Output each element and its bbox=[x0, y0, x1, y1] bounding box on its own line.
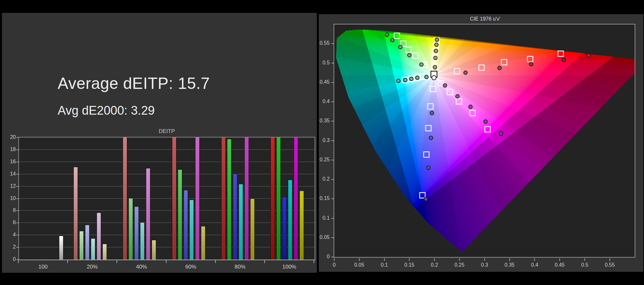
x-axis-category-label: 20% bbox=[68, 264, 117, 270]
y-axis-tick-label: 0 bbox=[316, 254, 330, 260]
x-axis-tick bbox=[359, 258, 360, 261]
measurement-circle-cyan bbox=[410, 77, 413, 81]
bar-green bbox=[79, 231, 84, 260]
measurement-circle-red bbox=[498, 66, 501, 70]
x-axis-tick-label: 0.1 bbox=[375, 262, 394, 268]
bar-yellow bbox=[299, 191, 304, 260]
bar-blue bbox=[134, 206, 139, 260]
bar-magenta bbox=[97, 213, 101, 260]
measurement-circle-red bbox=[529, 62, 533, 66]
measurement-circle-red bbox=[464, 71, 467, 74]
y-axis-tick bbox=[331, 63, 334, 63]
report-page: Average dEITP: 15.7 Avg dE2000: 3.29 DEI… bbox=[0, 0, 644, 285]
target-square-magenta bbox=[456, 99, 462, 104]
bar-yellow bbox=[102, 244, 107, 260]
y-axis-tick-label: 20 bbox=[3, 134, 16, 140]
y-axis-tick-label: 0.35 bbox=[316, 118, 330, 124]
y-axis-tick bbox=[16, 259, 18, 260]
target-square-green bbox=[406, 47, 411, 52]
x-axis-tick-label: 0.05 bbox=[350, 262, 369, 268]
bar-red bbox=[123, 138, 127, 260]
x-axis-tick bbox=[484, 258, 485, 261]
y-axis-tick bbox=[16, 174, 18, 175]
bar-yellow bbox=[250, 198, 255, 260]
x-axis-tick-label: 0 bbox=[325, 262, 344, 268]
measurement-circle-green bbox=[391, 38, 394, 42]
y-axis-tick bbox=[16, 162, 18, 162]
measurement-circle-blue bbox=[427, 166, 430, 169]
bar-red bbox=[270, 138, 275, 260]
y-axis-tick bbox=[331, 160, 334, 160]
measurement-circle-cyan bbox=[403, 78, 407, 82]
target-square-red bbox=[454, 68, 460, 74]
measurement-circle-cyan bbox=[425, 75, 428, 79]
bar-cyan bbox=[239, 184, 243, 260]
x-axis-tick bbox=[434, 258, 435, 261]
x-axis-tick-label: 0.45 bbox=[550, 262, 569, 268]
bar-cyan bbox=[91, 238, 95, 260]
y-axis-tick-label: 4 bbox=[3, 232, 16, 238]
x-axis-tick bbox=[117, 260, 117, 263]
y-axis-tick bbox=[16, 247, 18, 248]
target-square-green bbox=[413, 53, 418, 58]
x-axis-tick-label: 0.5 bbox=[575, 262, 594, 268]
x-axis-tick-label: 0.2 bbox=[425, 262, 444, 268]
x-axis-tick bbox=[384, 258, 385, 261]
bar-green bbox=[276, 138, 281, 260]
x-axis-tick bbox=[409, 258, 410, 261]
bar-magenta bbox=[146, 168, 150, 260]
measurement-circle-magenta bbox=[443, 84, 447, 87]
x-axis-tick-label: 0.3 bbox=[475, 262, 494, 268]
deitp-summary-panel: Average dEITP: 15.7 Avg dE2000: 3.29 DEI… bbox=[2, 13, 317, 273]
bar-yellow bbox=[201, 226, 205, 260]
measurement-circle-cyan bbox=[397, 79, 400, 82]
bar-magenta bbox=[195, 138, 200, 260]
measurement-circle-yellow bbox=[435, 43, 438, 46]
y-axis-tick bbox=[331, 82, 334, 83]
measurement-circle-cyan bbox=[416, 76, 419, 80]
measurement-circle-white bbox=[432, 76, 436, 80]
y-axis-tick bbox=[16, 186, 18, 187]
bar-blue bbox=[282, 197, 287, 260]
bar-group bbox=[167, 138, 216, 260]
x-axis-tick-label: 0.25 bbox=[450, 262, 469, 268]
x-axis-tick bbox=[18, 260, 19, 263]
bar-blue bbox=[184, 190, 188, 260]
target-square-blue bbox=[430, 86, 436, 92]
y-axis-tick bbox=[331, 237, 334, 238]
y-axis-tick-label: 10 bbox=[3, 195, 16, 201]
target-square-red bbox=[527, 56, 533, 62]
bar-green bbox=[178, 169, 182, 260]
cie-1976-diagram bbox=[334, 24, 635, 258]
target-square-blue bbox=[424, 152, 429, 157]
measurement-circle-blue bbox=[430, 111, 434, 115]
y-axis-tick bbox=[16, 223, 18, 223]
y-axis-tick-label: 0.3 bbox=[316, 138, 330, 143]
x-axis-tick bbox=[166, 260, 166, 263]
bar-yellow bbox=[152, 240, 156, 260]
measurement-circle-magenta bbox=[484, 120, 487, 123]
y-axis-tick-label: 0.05 bbox=[316, 234, 330, 240]
bar-red bbox=[172, 138, 176, 260]
x-axis-tick-label: 0.4 bbox=[525, 262, 544, 268]
x-axis-tick-label: 0.35 bbox=[500, 262, 519, 268]
x-axis-tick bbox=[67, 260, 68, 263]
y-axis-tick-label: 0.45 bbox=[316, 79, 330, 85]
y-axis-tick-label: 16 bbox=[3, 159, 16, 165]
measurement-circle-magenta bbox=[499, 132, 503, 135]
measurement-circle-magenta bbox=[456, 95, 459, 98]
cie-chart-title: CIE 1976 u'v' bbox=[334, 16, 637, 22]
y-axis-tick-label: 0.25 bbox=[316, 157, 330, 163]
bar-magenta bbox=[244, 138, 249, 260]
deitp-bar-chart bbox=[18, 137, 315, 260]
y-axis-tick bbox=[331, 43, 334, 44]
x-axis-tick bbox=[610, 258, 610, 261]
x-axis-tick-label: 0.55 bbox=[600, 262, 620, 268]
y-axis-tick bbox=[16, 210, 18, 211]
y-axis-tick-label: 14 bbox=[3, 171, 16, 177]
x-axis-tick bbox=[534, 258, 535, 261]
cie-chart-panel: CIE 1976 u'v' 00.050.10.150.20.250.30.35… bbox=[319, 14, 643, 272]
measurement-circle-yellow bbox=[433, 65, 437, 69]
y-axis-tick bbox=[331, 198, 334, 199]
target-square-magenta bbox=[438, 81, 444, 86]
